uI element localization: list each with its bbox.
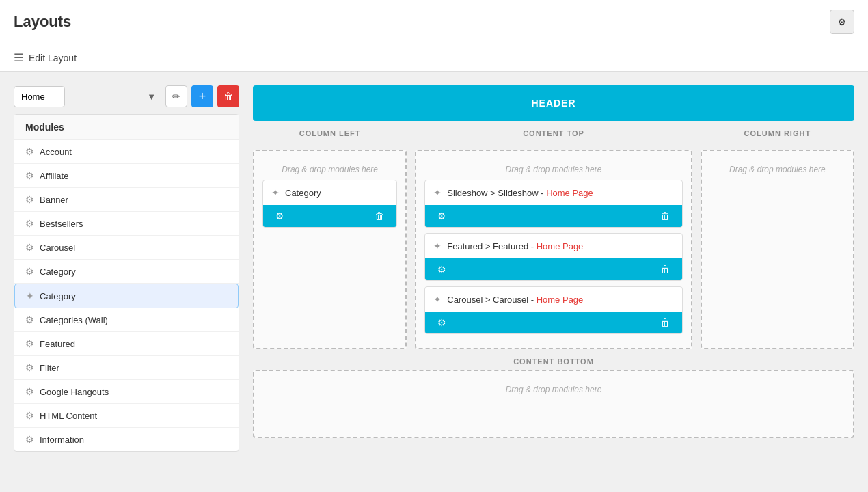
module-item-affiliate[interactable]: ⚙ Affiliate (14, 164, 239, 188)
module-card-category-actions: ⚙ 🗑 (263, 205, 396, 227)
layout-area: HEADER COLUMN LEFT CONTENT TOP COLUMN RI… (253, 85, 854, 482)
move-icon-carousel: ✦ (433, 294, 442, 305)
module-name-featured: Featured (40, 339, 75, 349)
module-item-information[interactable]: ⚙ Information (14, 428, 239, 451)
module-item-carousel[interactable]: ⚙ Carousel (14, 236, 239, 260)
module-icon-category: ⚙ (25, 266, 34, 277)
module-icon-categories-wall: ⚙ (25, 314, 34, 325)
move-icon-featured: ✦ (433, 241, 442, 251)
module-item-filter[interactable]: ⚙ Filter (14, 356, 239, 380)
column-left-label: COLUMN LEFT (253, 129, 407, 137)
module-name-category: Category (40, 266, 76, 277)
module-card-featured-actions: ⚙ 🗑 (425, 258, 681, 280)
module-card-carousel-header: ✦ Carousel > Carousel - Home Page (425, 287, 681, 312)
module-card-featured-title: Featured > Featured - Home Page (447, 241, 673, 251)
main-content: Home Category Product Account ▼ ✏ + 🗑 Mo… (0, 72, 868, 492)
sub-header-label: Edit Layout (29, 53, 77, 64)
content-bottom-label: CONTENT BOTTOM (253, 357, 854, 366)
module-card-slideshow-header: ✦ Slideshow > Slideshow - Home Page (425, 180, 681, 205)
page-title: Layouts (14, 13, 71, 31)
delete-btn-category[interactable]: 🗑 (370, 209, 388, 223)
header-block: HEADER (253, 85, 854, 121)
content-top-label: CONTENT TOP (415, 129, 692, 137)
layout-select-wrapper: Home Category Product Account ▼ (14, 86, 161, 107)
module-icon-account: ⚙ (25, 146, 34, 157)
settings-icon[interactable]: ⚙ (830, 10, 854, 34)
module-name-html-content: HTML Content (40, 411, 97, 421)
module-card-carousel-actions: ⚙ 🗑 (425, 312, 681, 333)
module-item-categories-wall[interactable]: ⚙ Categories (Wall) (14, 308, 239, 332)
module-card-slideshow-actions: ⚙ 🗑 (425, 205, 681, 227)
delete-btn-slideshow[interactable]: 🗑 (656, 209, 674, 223)
settings-btn-slideshow[interactable]: ⚙ (433, 209, 450, 223)
module-card-category-title: Category (285, 188, 388, 198)
module-icon-html-content: ⚙ (25, 410, 34, 421)
module-item-banner[interactable]: ⚙ Banner (14, 188, 239, 212)
column-right-drop-hint: Drag & drop modules here (710, 159, 845, 180)
module-card-slideshow: ✦ Slideshow > Slideshow - Home Page ⚙ 🗑 (424, 180, 682, 228)
modules-panel: Modules ⚙ Account ⚙ Affiliate ⚙ Banner ⚙… (14, 114, 239, 452)
column-right-drop-zone[interactable]: Drag & drop modules here (701, 150, 854, 349)
delete-btn-carousel[interactable]: 🗑 (656, 316, 674, 329)
module-item-html-content[interactable]: ⚙ HTML Content (14, 404, 239, 428)
move-icon-category: ✦ (271, 187, 280, 198)
sub-header: ☰ Edit Layout (0, 44, 868, 72)
module-item-google-hangouts[interactable]: ⚙ Google Hangouts (14, 380, 239, 404)
content-bottom-drop-zone[interactable]: Drag & drop modules here (253, 370, 854, 438)
module-item-featured[interactable]: ⚙ Featured (14, 332, 239, 356)
settings-btn-featured[interactable]: ⚙ (433, 262, 450, 276)
module-card-carousel-title: Carousel > Carousel - Home Page (447, 295, 673, 305)
columns-row-labels: COLUMN LEFT CONTENT TOP COLUMN RIGHT (253, 129, 854, 141)
carousel-highlight: Home Page (537, 295, 584, 305)
module-card-category: ✦ Category ⚙ 🗑 (262, 180, 397, 228)
delete-layout-button[interactable]: 🗑 (217, 85, 239, 107)
sidebar-toolbar: Home Category Product Account ▼ ✏ + 🗑 (14, 85, 239, 107)
content-top-drop-zone[interactable]: Drag & drop modules here ✦ Slideshow > S… (415, 150, 692, 349)
sidebar: Home Category Product Account ▼ ✏ + 🗑 Mo… (14, 85, 239, 482)
module-name-account: Account (40, 147, 72, 157)
move-icon-slideshow: ✦ (433, 187, 442, 198)
menu-icon: ☰ (14, 51, 23, 64)
module-name-carousel: Carousel (40, 243, 75, 253)
column-left-drop-hint: Drag & drop modules here (262, 159, 397, 180)
layout-select[interactable]: Home Category Product Account (14, 86, 65, 107)
module-name-filter: Filter (40, 363, 59, 373)
module-icon-google-hangouts: ⚙ (25, 386, 34, 397)
module-icon-bestsellers: ⚙ (25, 218, 34, 229)
module-card-featured-header: ✦ Featured > Featured - Home Page (425, 234, 681, 258)
column-right-label: COLUMN RIGHT (701, 129, 854, 137)
add-layout-button[interactable]: + (191, 85, 213, 107)
module-name-category-drag: Category (40, 291, 76, 301)
module-card-slideshow-title: Slideshow > Slideshow - Home Page (447, 188, 673, 198)
module-icon-banner: ⚙ (25, 194, 34, 205)
settings-btn-category[interactable]: ⚙ (271, 209, 288, 223)
top-bar: Layouts ⚙ (0, 0, 868, 44)
settings-btn-carousel[interactable]: ⚙ (433, 316, 450, 329)
columns-drop-zones: Drag & drop modules here ✦ Category ⚙ 🗑 … (253, 150, 854, 349)
modules-header: Modules (14, 115, 239, 140)
module-icon-featured: ⚙ (25, 338, 34, 349)
module-icon-carousel: ⚙ (25, 242, 34, 253)
module-name-affiliate: Affiliate (40, 171, 68, 181)
column-left-drop-zone[interactable]: Drag & drop modules here ✦ Category ⚙ 🗑 (253, 150, 407, 349)
module-name-banner: Banner (40, 195, 68, 205)
content-bottom-section: CONTENT BOTTOM Drag & drop modules here (253, 357, 854, 438)
module-item-bestsellers[interactable]: ⚙ Bestsellers (14, 212, 239, 236)
module-card-category-header: ✦ Category (263, 180, 396, 205)
slideshow-highlight: Home Page (546, 188, 593, 198)
delete-btn-featured[interactable]: 🗑 (656, 262, 674, 276)
module-name-bestsellers: Bestsellers (40, 219, 83, 229)
module-name-google-hangouts: Google Hangouts (40, 387, 109, 397)
module-item-account[interactable]: ⚙ Account (14, 140, 239, 164)
select-arrow-icon: ▼ (147, 92, 156, 102)
featured-highlight: Home Page (537, 241, 584, 251)
module-item-category[interactable]: ⚙ Category (14, 260, 239, 284)
edit-layout-button[interactable]: ✏ (165, 85, 187, 107)
module-item-category-dragging[interactable]: ✦ Category (14, 284, 239, 308)
module-name-categories-wall: Categories (Wall) (40, 315, 108, 325)
module-name-information: Information (40, 435, 84, 445)
content-bottom-drop-hint: Drag & drop modules here (262, 379, 845, 400)
module-card-carousel: ✦ Carousel > Carousel - Home Page ⚙ 🗑 (424, 286, 682, 334)
module-card-featured: ✦ Featured > Featured - Home Page ⚙ 🗑 (424, 233, 682, 281)
module-icon-category-drag: ✦ (26, 290, 34, 301)
